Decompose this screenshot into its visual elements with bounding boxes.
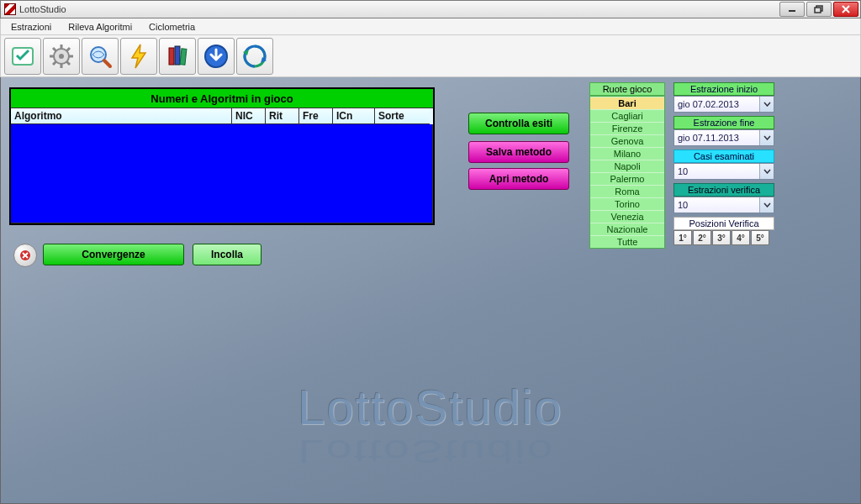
ruota-nazionale[interactable]: Nazionale bbox=[590, 223, 664, 235]
watermark-text: LottoStudio bbox=[298, 379, 563, 435]
col-nic[interactable]: NIC bbox=[232, 108, 266, 124]
col-rit[interactable]: Rit bbox=[266, 108, 299, 124]
toolbar-books-button[interactable] bbox=[159, 38, 196, 75]
estrazione-inizio-label: Estrazione inizio bbox=[673, 82, 774, 96]
posizione-1[interactable]: 1° bbox=[673, 230, 692, 245]
svg-line-12 bbox=[53, 48, 56, 51]
app-icon bbox=[4, 3, 16, 15]
algoritmi-panel: Numeri e Algoritmi in gioco Algoritmo NI… bbox=[9, 87, 435, 225]
posizione-2[interactable]: 2° bbox=[693, 230, 711, 245]
books-icon bbox=[164, 43, 191, 70]
convergenze-button[interactable]: Convergenze bbox=[43, 244, 184, 265]
panel-close-button[interactable] bbox=[13, 244, 37, 267]
chevron-down-icon bbox=[759, 164, 774, 179]
ruota-torino[interactable]: Torino bbox=[590, 197, 664, 210]
ruota-roma[interactable]: Roma bbox=[590, 185, 664, 197]
chevron-down-icon bbox=[759, 130, 774, 145]
svg-point-7 bbox=[59, 54, 64, 59]
posizioni-verifica-group: 1°2°3°4°5° bbox=[673, 230, 769, 245]
posizione-5[interactable]: 5° bbox=[751, 230, 769, 245]
salva-metodo-button[interactable]: Salva metodo bbox=[468, 141, 569, 163]
ruota-genova[interactable]: Genova bbox=[590, 134, 664, 147]
ruota-cagliari[interactable]: Cagliari bbox=[590, 109, 664, 122]
gear-icon bbox=[48, 43, 75, 70]
checklist-icon bbox=[9, 43, 36, 70]
ruota-venezia[interactable]: Venezia bbox=[590, 210, 664, 223]
arrow-down-circle-icon bbox=[203, 43, 230, 70]
toolbar-check-button[interactable] bbox=[4, 38, 41, 75]
svg-line-14 bbox=[66, 48, 70, 51]
estrazioni-verifica-label: Estrazioni verifica bbox=[673, 183, 774, 197]
menu-rileva-algoritmi[interactable]: Rileva Algoritmi bbox=[60, 20, 140, 34]
toolbar-download-button[interactable] bbox=[198, 38, 235, 75]
ruote-gioco-header: Ruote gioco bbox=[589, 82, 665, 96]
posizione-3[interactable]: 3° bbox=[712, 230, 731, 245]
col-icn[interactable]: ICn bbox=[333, 108, 375, 124]
chevron-down-icon bbox=[759, 97, 774, 112]
estrazione-fine-combo[interactable]: gio 07.11.2013 bbox=[673, 129, 774, 146]
grid-header: Algoritmo NIC Rit Fre ICn Sorte bbox=[11, 108, 433, 124]
ruota-napoli[interactable]: Napoli bbox=[590, 160, 664, 172]
ruote-gioco-list: BariCagliariFirenzeGenovaMilanoNapoliPal… bbox=[589, 96, 665, 249]
col-fre[interactable]: Fre bbox=[299, 108, 333, 124]
posizioni-verifica-label: Posizioni Verifica bbox=[673, 217, 774, 230]
client-area: Numeri e Algoritmi in gioco Algoritmo NI… bbox=[0, 77, 861, 504]
estrazioni-verifica-combo[interactable]: 10 bbox=[673, 197, 774, 213]
ruota-firenze[interactable]: Firenze bbox=[590, 122, 664, 134]
estrazione-fine-label: Estrazione fine bbox=[673, 116, 774, 129]
estrazione-inizio-value: gio 07.02.2013 bbox=[674, 99, 759, 109]
grid-body[interactable] bbox=[11, 124, 433, 223]
estrazione-inizio-combo[interactable]: gio 07.02.2013 bbox=[673, 96, 774, 113]
svg-rect-2 bbox=[815, 8, 821, 13]
minimize-button[interactable] bbox=[779, 2, 805, 17]
menubar: Estrazioni Rileva Algoritmi Ciclometria bbox=[0, 18, 861, 35]
svg-rect-20 bbox=[180, 48, 187, 65]
incolla-button[interactable]: Incolla bbox=[193, 244, 261, 265]
apri-metodo-button[interactable]: Apri metodo bbox=[468, 168, 569, 190]
svg-line-15 bbox=[53, 61, 56, 65]
watermark: LottoStudio LottoStudio bbox=[298, 379, 563, 490]
col-sorte[interactable]: Sorte bbox=[375, 108, 430, 124]
svg-rect-19 bbox=[175, 46, 180, 65]
menu-estrazioni[interactable]: Estrazioni bbox=[3, 20, 60, 34]
estrazione-fine-value: gio 07.11.2013 bbox=[674, 133, 759, 143]
titlebar: LottoStudio bbox=[0, 0, 861, 18]
close-button[interactable] bbox=[833, 2, 858, 17]
toolbar-refresh-button[interactable] bbox=[236, 38, 273, 75]
watermark-reflection: LottoStudio bbox=[298, 433, 563, 471]
cancel-icon bbox=[18, 249, 32, 262]
casi-esaminati-label: Casi esaminati bbox=[673, 150, 774, 163]
lightning-icon bbox=[125, 43, 152, 70]
ruota-milano[interactable]: Milano bbox=[590, 147, 664, 160]
search-globe-icon bbox=[87, 43, 114, 70]
close-icon bbox=[841, 5, 851, 13]
svg-line-13 bbox=[66, 61, 70, 65]
toolbar-gear-button[interactable] bbox=[43, 38, 80, 75]
maximize-icon bbox=[814, 5, 824, 13]
casi-esaminati-combo[interactable]: 10 bbox=[673, 163, 774, 180]
ruota-tutte[interactable]: Tutte bbox=[590, 235, 664, 248]
refresh-swirl-icon bbox=[241, 43, 268, 70]
toolbar-search-button[interactable] bbox=[82, 38, 119, 75]
minimize-icon bbox=[787, 5, 797, 13]
casi-esaminati-value: 10 bbox=[674, 166, 759, 176]
toolbar-bolt-button[interactable] bbox=[120, 38, 157, 75]
chevron-down-icon bbox=[759, 197, 774, 213]
window-title: LottoStudio bbox=[19, 4, 66, 14]
toolbar bbox=[0, 35, 861, 77]
controlla-esiti-button[interactable]: Controlla esiti bbox=[468, 113, 569, 134]
menu-ciclometria[interactable]: Ciclometria bbox=[140, 20, 203, 34]
col-algoritmo[interactable]: Algoritmo bbox=[11, 108, 232, 124]
ruota-palermo[interactable]: Palermo bbox=[590, 172, 664, 185]
posizione-4[interactable]: 4° bbox=[732, 230, 750, 245]
estrazioni-verifica-value: 10 bbox=[674, 200, 759, 210]
svg-rect-18 bbox=[169, 48, 174, 65]
panel-title: Numeri e Algoritmi in gioco bbox=[11, 89, 433, 108]
svg-line-17 bbox=[104, 60, 110, 66]
ruota-bari[interactable]: Bari bbox=[590, 97, 664, 109]
maximize-button[interactable] bbox=[806, 2, 832, 17]
